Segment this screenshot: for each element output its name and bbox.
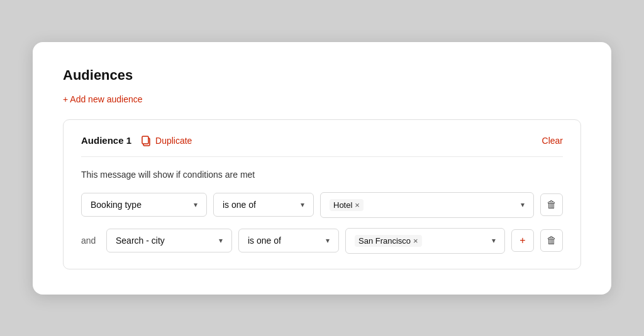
search-city-dropdown[interactable]: Search - city ▾ — [106, 229, 232, 252]
audience-header: Audience 1 Duplicate Clear — [81, 135, 563, 146]
booking-type-tag: Hotel × — [330, 199, 364, 211]
duplicate-label: Duplicate — [155, 136, 192, 146]
svg-rect-1 — [142, 136, 148, 144]
booking-type-value-content: Hotel × — [330, 199, 516, 211]
condition-prefix: and — [81, 236, 100, 246]
booking-type-value-chevron-icon: ▾ — [521, 200, 525, 209]
condition-row-2: and Search - city ▾ is one of ▾ San Fran… — [81, 228, 563, 254]
search-city-chevron-icon: ▾ — [219, 236, 223, 245]
main-card: Audiences + Add new audience Audience 1 … — [33, 42, 611, 295]
search-city-label: Search - city — [116, 236, 165, 246]
search-city-value-content: San Francisco × — [355, 235, 487, 247]
search-city-value-dropdown[interactable]: San Francisco × ▾ — [345, 228, 505, 254]
add-condition-button[interactable]: + — [511, 229, 534, 252]
search-city-tag-remove[interactable]: × — [413, 237, 418, 245]
condition-row-1: Booking type ▾ is one of ▾ Hotel × ▾ 🗑 — [81, 192, 563, 218]
condition-message: This message will show if conditions are… — [81, 170, 563, 180]
search-city-delete-button[interactable]: 🗑 — [540, 229, 563, 252]
booking-type-dropdown[interactable]: Booking type ▾ — [81, 193, 207, 217]
booking-type-delete-button[interactable]: 🗑 — [540, 193, 563, 216]
clear-button[interactable]: Clear — [542, 136, 563, 146]
duplicate-icon — [140, 135, 152, 146]
search-city-operator-dropdown[interactable]: is one of ▾ — [238, 229, 339, 252]
booking-type-tag-text: Hotel — [333, 200, 352, 210]
trash-icon-2: 🗑 — [547, 235, 557, 246]
duplicate-button[interactable]: Duplicate — [140, 135, 192, 146]
search-city-tag-text: San Francisco — [358, 236, 411, 246]
page-title: Audiences — [63, 67, 581, 84]
search-city-operator-label: is one of — [248, 236, 281, 246]
audience-label: Audience 1 — [81, 135, 131, 146]
search-city-operator-chevron-icon: ▾ — [326, 236, 330, 245]
booking-type-tag-remove[interactable]: × — [355, 201, 360, 209]
booking-type-value-dropdown[interactable]: Hotel × ▾ — [320, 192, 534, 218]
add-audience-button[interactable]: + Add new audience — [63, 94, 143, 104]
search-city-value-chevron-icon: ▾ — [492, 236, 496, 245]
trash-icon: 🗑 — [547, 199, 557, 210]
search-city-tag: San Francisco × — [355, 235, 422, 247]
booking-type-operator-label: is one of — [223, 200, 256, 210]
booking-type-label: Booking type — [91, 200, 142, 210]
audience-header-left: Audience 1 Duplicate — [81, 135, 192, 146]
booking-type-operator-dropdown[interactable]: is one of ▾ — [213, 193, 314, 217]
booking-type-chevron-icon: ▾ — [194, 200, 197, 209]
audience-block: Audience 1 Duplicate Clear This message … — [63, 119, 581, 269]
booking-type-operator-chevron-icon: ▾ — [301, 200, 304, 209]
divider — [81, 156, 563, 157]
plus-icon: + — [519, 235, 525, 246]
